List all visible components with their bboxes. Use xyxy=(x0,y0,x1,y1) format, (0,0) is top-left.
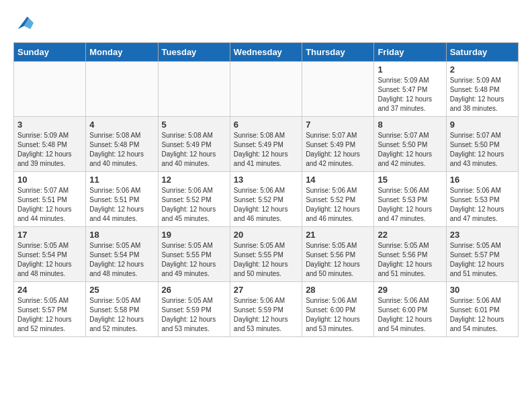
day-info: Sunrise: 5:06 AM Sunset: 6:00 PM Dayligh… xyxy=(306,296,370,334)
calendar-cell: 16Sunrise: 5:06 AM Sunset: 5:53 PM Dayli… xyxy=(446,172,518,227)
calendar-cell: 14Sunrise: 5:06 AM Sunset: 5:52 PM Dayli… xyxy=(302,172,374,227)
day-number: 20 xyxy=(234,230,298,240)
weekday-header-saturday: Saturday xyxy=(446,43,518,62)
calendar-table: SundayMondayTuesdayWednesdayThursdayFrid… xyxy=(13,42,519,337)
day-info: Sunrise: 5:06 AM Sunset: 6:00 PM Dayligh… xyxy=(378,296,442,334)
calendar-cell: 23Sunrise: 5:05 AM Sunset: 5:57 PM Dayli… xyxy=(446,227,518,282)
day-number: 13 xyxy=(234,175,298,185)
calendar-cell: 25Sunrise: 5:05 AM Sunset: 5:58 PM Dayli… xyxy=(86,282,158,337)
day-number: 2 xyxy=(450,64,515,75)
calendar-cell: 19Sunrise: 5:05 AM Sunset: 5:55 PM Dayli… xyxy=(158,227,230,282)
calendar-cell xyxy=(230,62,302,117)
day-number: 7 xyxy=(306,120,370,130)
calendar-header: SundayMondayTuesdayWednesdayThursdayFrid… xyxy=(14,43,519,62)
day-number: 23 xyxy=(450,230,515,240)
weekday-header-sunday: Sunday xyxy=(14,43,86,62)
calendar-cell: 30Sunrise: 5:06 AM Sunset: 6:01 PM Dayli… xyxy=(446,282,518,337)
weekday-header-tuesday: Tuesday xyxy=(158,43,230,62)
day-number: 16 xyxy=(450,175,515,185)
day-info: Sunrise: 5:05 AM Sunset: 5:55 PM Dayligh… xyxy=(162,241,226,279)
weekday-header-friday: Friday xyxy=(374,43,446,62)
day-number: 21 xyxy=(306,230,370,240)
calendar-cell: 21Sunrise: 5:05 AM Sunset: 5:56 PM Dayli… xyxy=(302,227,374,282)
header xyxy=(13,13,519,36)
calendar-body: 1Sunrise: 5:09 AM Sunset: 5:47 PM Daylig… xyxy=(14,62,519,337)
day-info: Sunrise: 5:06 AM Sunset: 5:53 PM Dayligh… xyxy=(378,186,442,224)
day-info: Sunrise: 5:06 AM Sunset: 5:52 PM Dayligh… xyxy=(234,186,298,224)
calendar-cell: 7Sunrise: 5:07 AM Sunset: 5:49 PM Daylig… xyxy=(302,117,374,172)
day-info: Sunrise: 5:05 AM Sunset: 5:55 PM Dayligh… xyxy=(234,241,298,279)
calendar-cell xyxy=(14,62,86,117)
calendar-cell: 3Sunrise: 5:09 AM Sunset: 5:48 PM Daylig… xyxy=(14,117,86,172)
calendar-cell: 10Sunrise: 5:07 AM Sunset: 5:51 PM Dayli… xyxy=(14,172,86,227)
calendar-cell: 28Sunrise: 5:06 AM Sunset: 6:00 PM Dayli… xyxy=(302,282,374,337)
day-number: 26 xyxy=(162,285,226,295)
day-info: Sunrise: 5:05 AM Sunset: 5:54 PM Dayligh… xyxy=(17,241,82,279)
day-number: 6 xyxy=(234,120,298,130)
day-number: 30 xyxy=(450,285,515,295)
calendar-week-row: 17Sunrise: 5:05 AM Sunset: 5:54 PM Dayli… xyxy=(14,227,519,282)
day-info: Sunrise: 5:06 AM Sunset: 5:53 PM Dayligh… xyxy=(450,186,515,224)
day-number: 18 xyxy=(89,230,154,240)
calendar-cell: 5Sunrise: 5:08 AM Sunset: 5:49 PM Daylig… xyxy=(158,117,230,172)
logo-icon xyxy=(15,13,34,32)
day-number: 1 xyxy=(378,64,442,75)
day-info: Sunrise: 5:05 AM Sunset: 5:56 PM Dayligh… xyxy=(378,241,442,279)
day-info: Sunrise: 5:09 AM Sunset: 5:48 PM Dayligh… xyxy=(450,76,515,113)
day-info: Sunrise: 5:09 AM Sunset: 5:48 PM Dayligh… xyxy=(17,131,82,169)
calendar-cell: 1Sunrise: 5:09 AM Sunset: 5:47 PM Daylig… xyxy=(374,62,446,117)
day-number: 12 xyxy=(162,175,226,185)
calendar-cell: 9Sunrise: 5:07 AM Sunset: 5:50 PM Daylig… xyxy=(446,117,518,172)
calendar-cell: 22Sunrise: 5:05 AM Sunset: 5:56 PM Dayli… xyxy=(374,227,446,282)
day-number: 19 xyxy=(162,230,226,240)
day-info: Sunrise: 5:07 AM Sunset: 5:51 PM Dayligh… xyxy=(17,186,82,224)
day-number: 11 xyxy=(89,175,154,185)
day-number: 22 xyxy=(378,230,442,240)
calendar-cell: 15Sunrise: 5:06 AM Sunset: 5:53 PM Dayli… xyxy=(374,172,446,227)
day-number: 4 xyxy=(89,120,154,130)
day-number: 29 xyxy=(378,285,442,295)
day-info: Sunrise: 5:06 AM Sunset: 5:52 PM Dayligh… xyxy=(306,186,370,224)
day-info: Sunrise: 5:06 AM Sunset: 5:51 PM Dayligh… xyxy=(89,186,154,224)
day-info: Sunrise: 5:05 AM Sunset: 5:56 PM Dayligh… xyxy=(306,241,370,279)
calendar-cell: 24Sunrise: 5:05 AM Sunset: 5:57 PM Dayli… xyxy=(14,282,86,337)
day-info: Sunrise: 5:06 AM Sunset: 5:52 PM Dayligh… xyxy=(162,186,226,224)
weekday-header-thursday: Thursday xyxy=(302,43,374,62)
calendar-cell: 2Sunrise: 5:09 AM Sunset: 5:48 PM Daylig… xyxy=(446,62,518,117)
day-info: Sunrise: 5:06 AM Sunset: 5:59 PM Dayligh… xyxy=(234,296,298,334)
calendar-week-row: 10Sunrise: 5:07 AM Sunset: 5:51 PM Dayli… xyxy=(14,172,519,227)
day-info: Sunrise: 5:08 AM Sunset: 5:48 PM Dayligh… xyxy=(89,131,154,169)
weekday-header-row: SundayMondayTuesdayWednesdayThursdayFrid… xyxy=(14,43,519,62)
day-number: 3 xyxy=(17,120,82,130)
day-info: Sunrise: 5:08 AM Sunset: 5:49 PM Dayligh… xyxy=(162,131,226,169)
calendar-cell: 13Sunrise: 5:06 AM Sunset: 5:52 PM Dayli… xyxy=(230,172,302,227)
day-number: 9 xyxy=(450,120,515,130)
day-number: 5 xyxy=(162,120,226,130)
day-info: Sunrise: 5:05 AM Sunset: 5:57 PM Dayligh… xyxy=(17,296,82,334)
day-info: Sunrise: 5:07 AM Sunset: 5:50 PM Dayligh… xyxy=(378,131,442,169)
day-info: Sunrise: 5:05 AM Sunset: 5:57 PM Dayligh… xyxy=(450,241,515,279)
calendar-cell: 29Sunrise: 5:06 AM Sunset: 6:00 PM Dayli… xyxy=(374,282,446,337)
calendar-week-row: 24Sunrise: 5:05 AM Sunset: 5:57 PM Dayli… xyxy=(14,282,519,337)
calendar-cell: 11Sunrise: 5:06 AM Sunset: 5:51 PM Dayli… xyxy=(86,172,158,227)
day-info: Sunrise: 5:07 AM Sunset: 5:50 PM Dayligh… xyxy=(450,131,515,169)
day-number: 28 xyxy=(306,285,370,295)
logo xyxy=(13,13,34,36)
day-info: Sunrise: 5:09 AM Sunset: 5:47 PM Dayligh… xyxy=(378,76,442,113)
day-number: 24 xyxy=(17,285,82,295)
calendar-cell xyxy=(86,62,158,117)
day-info: Sunrise: 5:08 AM Sunset: 5:49 PM Dayligh… xyxy=(234,131,298,169)
day-info: Sunrise: 5:06 AM Sunset: 6:01 PM Dayligh… xyxy=(450,296,515,334)
calendar-cell: 4Sunrise: 5:08 AM Sunset: 5:48 PM Daylig… xyxy=(86,117,158,172)
calendar-cell: 17Sunrise: 5:05 AM Sunset: 5:54 PM Dayli… xyxy=(14,227,86,282)
calendar-cell: 20Sunrise: 5:05 AM Sunset: 5:55 PM Dayli… xyxy=(230,227,302,282)
day-info: Sunrise: 5:05 AM Sunset: 5:59 PM Dayligh… xyxy=(162,296,226,334)
day-number: 25 xyxy=(89,285,154,295)
day-number: 8 xyxy=(378,120,442,130)
day-number: 15 xyxy=(378,175,442,185)
day-info: Sunrise: 5:05 AM Sunset: 5:54 PM Dayligh… xyxy=(89,241,154,279)
weekday-header-monday: Monday xyxy=(86,43,158,62)
calendar-cell: 18Sunrise: 5:05 AM Sunset: 5:54 PM Dayli… xyxy=(86,227,158,282)
calendar-cell: 8Sunrise: 5:07 AM Sunset: 5:50 PM Daylig… xyxy=(374,117,446,172)
calendar-cell: 26Sunrise: 5:05 AM Sunset: 5:59 PM Dayli… xyxy=(158,282,230,337)
